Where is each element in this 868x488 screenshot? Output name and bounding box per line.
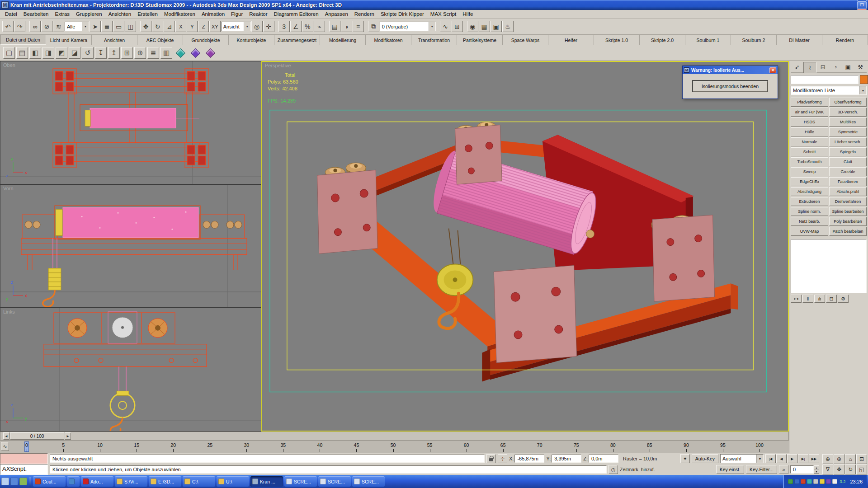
xref-scene-icon[interactable]: ⊞ <box>121 47 133 59</box>
restore-button[interactable]: ❐ <box>857 1 867 9</box>
tab-hierarchy-icon[interactable]: ⊟ <box>816 62 829 73</box>
units-setup-icon[interactable]: ≣ <box>147 47 159 59</box>
taskbar-button-kran[interactable]: Kran ... <box>250 476 283 487</box>
layer-manager-icon[interactable]: ⧉ <box>368 21 379 32</box>
selection-lock-toggle[interactable] <box>486 454 496 463</box>
viewport-top[interactable]: Oben <box>0 61 261 184</box>
select-object-icon[interactable]: ➤ <box>90 21 101 32</box>
tray-icon[interactable] <box>788 479 793 484</box>
axis-xy-button[interactable]: XY <box>209 21 221 32</box>
tab-soulburn-2[interactable]: Soulburn 2 <box>731 35 777 45</box>
quick-launch-icon-3[interactable] <box>19 478 27 485</box>
modifier-button-poly-bearbeiten[interactable]: Poly bearbeiten <box>829 217 867 226</box>
zoom-all-icon[interactable]: ⊛ <box>834 454 844 464</box>
modifier-button-drehverfahren[interactable]: Drehverfahren <box>829 197 867 206</box>
maximize-viewport-icon[interactable]: ◱ <box>856 465 867 474</box>
select-and-manipulate-icon[interactable]: ✛ <box>263 21 274 32</box>
align-icon[interactable]: ≡ <box>353 21 364 32</box>
object-color-swatch[interactable] <box>860 75 868 84</box>
arc-rotate-icon[interactable]: ↻ <box>845 465 856 474</box>
taskbar-button-scre[interactable]: SCRE... <box>352 476 385 487</box>
modifier-button-edgechex[interactable]: EdgeChEx <box>791 177 828 186</box>
taskbar-button-e-3d[interactable]: E:\3D... <box>149 476 181 487</box>
tray-icon[interactable] <box>794 479 799 484</box>
modifier-button-uvw-map[interactable]: UVW-Map <box>791 227 828 236</box>
go-to-end-button[interactable]: ▶▶ <box>809 454 819 463</box>
set-key-button[interactable]: ✦ <box>680 454 690 463</box>
key-mode-dropdown[interactable]: Auswahl ▼ <box>720 454 764 463</box>
tab-helfer[interactable]: Helfer <box>548 35 594 45</box>
modifier-button-extrudieren[interactable]: Extrudieren <box>791 197 828 206</box>
viewport-front[interactable]: Vorn <box>0 184 261 308</box>
tab-zusammengesetzt[interactable]: Zusammengesetzt <box>274 35 320 45</box>
hook-block-wire-front[interactable] <box>43 238 61 306</box>
menu-extras[interactable]: Extras <box>52 10 73 18</box>
save-incremental-icon[interactable]: ◨ <box>42 47 54 59</box>
modifier-button-pfadverformg[interactable]: Pfadverformg <box>791 98 828 107</box>
field-of-view-icon[interactable]: ∇ <box>822 465 833 474</box>
viewport-perspective[interactable]: Perspektive Total Polys:63.560 Verts:42.… <box>261 61 789 432</box>
export-icon[interactable]: ↥ <box>108 47 120 59</box>
modifier-button-air-and-fur-wk[interactable]: air and Fur (WK <box>791 108 828 117</box>
frame-spinner[interactable]: ▴▾ <box>814 465 819 474</box>
archive-icon[interactable]: ▥ <box>160 47 172 59</box>
tab-utilities-icon[interactable]: ⚒ <box>854 62 867 73</box>
cable-drum-wire-front[interactable] <box>56 207 198 237</box>
absolute-mode-toggle-icon[interactable]: ⊹ <box>498 454 507 463</box>
viewport-front-label[interactable]: Vorn <box>3 186 14 191</box>
bind-to-space-warp-icon[interactable]: ≋ <box>53 21 64 32</box>
select-and-rotate-icon[interactable]: ↻ <box>152 21 163 32</box>
tray-icon[interactable] <box>826 479 831 484</box>
modifier-button-h-lle[interactable]: Hülle <box>791 127 828 136</box>
menu-reaktor[interactable]: Reaktor <box>246 10 270 18</box>
rendered-frame-icon[interactable]: ▣ <box>491 21 502 32</box>
unlink-selection-icon[interactable]: ⊘ <box>41 21 52 32</box>
tray-icon[interactable] <box>807 479 812 484</box>
quick-launch-icon-1[interactable] <box>1 478 9 485</box>
modifier-button-glatt[interactable]: Glatt <box>829 157 867 166</box>
fetch-scene-icon[interactable]: ↺ <box>82 47 94 59</box>
menu-diagramm-editoren[interactable]: Diagramm Editoren <box>271 10 322 18</box>
menu-ansichten[interactable]: Ansichten <box>105 10 135 18</box>
tab-skripte-1-0[interactable]: Skripte 1.0 <box>594 35 640 45</box>
menu-rendern[interactable]: Rendern <box>351 10 377 18</box>
menu-max-script[interactable]: MAX Script <box>427 10 460 18</box>
rectangular-selection-icon[interactable]: ▭ <box>113 21 124 32</box>
listener-script-row[interactable]: AXScript. <box>0 464 48 475</box>
taskbar-button-c[interactable]: C:\ <box>183 476 215 487</box>
wheel-plate-front[interactable] <box>494 265 576 362</box>
select-and-link-icon[interactable]: ∞ <box>29 21 41 32</box>
menu-figur[interactable]: Figur <box>228 10 246 18</box>
layer-dropdown[interactable]: 0 (Vorgabe)▼ <box>380 22 436 31</box>
tray-icon[interactable] <box>801 479 806 484</box>
tab-datei-und-daten[interactable]: Datei und Daten <box>0 35 46 45</box>
wheel-plate-right[interactable] <box>652 215 715 301</box>
cable-drum-wire-top[interactable] <box>85 108 199 128</box>
show-end-result-icon[interactable]: ‖ <box>802 295 813 303</box>
modifier-button-abschr-gung[interactable]: Abschrägung <box>791 187 828 196</box>
schematic-view-icon[interactable]: ⊞ <box>452 21 463 32</box>
exit-isolation-button[interactable]: Isolierungsmodus beenden <box>692 80 768 92</box>
hook-block-wire-left[interactable] <box>110 367 135 431</box>
modifier-list-dropdown[interactable]: Modifikatoren-Liste ▼ <box>791 86 867 95</box>
wheel-plate-left[interactable] <box>317 170 378 253</box>
gem-icon-purple[interactable] <box>189 47 202 59</box>
time-slider-prev-icon[interactable]: ◄ <box>3 432 9 440</box>
viewport-left-label[interactable]: Links <box>3 309 15 314</box>
tab-modifikatoren[interactable]: Modifikatoren <box>366 35 411 45</box>
tab-display-icon[interactable]: ▣ <box>842 62 854 73</box>
tab-licht-und-kamera[interactable]: Licht und Kamera <box>46 35 92 45</box>
modifier-button-schnitt[interactable]: Schnitt <box>791 147 828 156</box>
menu-hilfe[interactable]: Hilfe <box>459 10 476 18</box>
hold-scene-icon[interactable]: ◪ <box>69 47 80 59</box>
modifier-button-multires[interactable]: MultiRes <box>829 117 867 127</box>
modifier-button-greeble[interactable]: Greeble <box>829 167 867 176</box>
tab-di-master[interactable]: DI Master <box>777 35 822 45</box>
tab-motion-icon[interactable]: ◔ <box>829 62 842 73</box>
zoom-extents-icon[interactable]: ⌂ <box>845 454 856 464</box>
tab-partikelsysteme[interactable]: Partikelsysteme <box>457 35 503 45</box>
undo-icon[interactable]: ↶ <box>2 21 14 32</box>
zoom-extents-all-icon[interactable]: ⊡ <box>856 454 867 464</box>
viewport-top-label[interactable]: Oben <box>3 62 15 68</box>
trolley-wheels-wire-left[interactable] <box>68 312 167 343</box>
